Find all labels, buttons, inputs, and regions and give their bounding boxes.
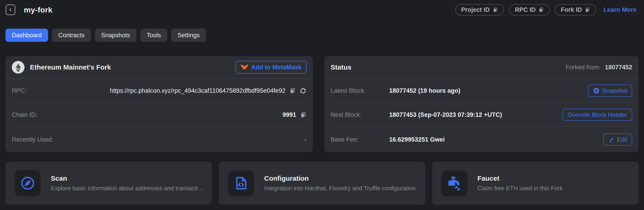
back-button[interactable] <box>6 5 15 15</box>
status-card: Status Forked from: 18077452 Latest Bloc… <box>324 56 638 152</box>
latest-block-row: Latest Block: 18077452 (19 hours ago) Sn… <box>324 79 638 103</box>
project-id-button[interactable]: Project ID <box>455 4 504 16</box>
add-to-metamask-label: Add to MetaMask <box>251 64 302 71</box>
refresh-rpc-button[interactable] <box>300 87 306 94</box>
faucet-card[interactable]: Faucet Claim free ETH used in this Fork <box>432 162 638 205</box>
forked-from-value: 18077452 <box>605 64 632 71</box>
base-fee-value: 16.629953251 Gwei <box>389 136 445 143</box>
tab-contracts[interactable]: Contracts <box>52 29 91 42</box>
rpc-label: RPC: <box>12 87 26 94</box>
chain-id-label: Chain ID: <box>12 111 38 118</box>
tab-bar: Dashboard Contracts Snapshots Tools Sett… <box>6 29 644 42</box>
configuration-card[interactable]: Configuration Integration into Hardhat, … <box>219 162 425 205</box>
chain-id-row: Chain ID: 9991 <box>6 103 313 127</box>
add-to-metamask-button[interactable]: Add to MetaMask <box>236 61 306 74</box>
recently-used-value: - <box>304 136 306 143</box>
faucet-description: Claim free ETH used in this Fork <box>478 185 631 192</box>
configuration-title: Configuration <box>264 174 418 182</box>
fork-info-card: Ethereum Mainnet's Fork Add to MetaMask <box>6 56 313 152</box>
scan-title: Scan <box>51 174 204 182</box>
override-block-header-label: Override Block Header <box>568 111 627 118</box>
learn-more-link[interactable]: Learn More <box>604 6 636 14</box>
project-id-label: Project ID <box>461 6 490 14</box>
recently-used-row: Recently Used: - <box>6 127 313 152</box>
tab-dashboard[interactable]: Dashboard <box>6 29 48 42</box>
fork-id-label: Fork ID <box>561 6 582 14</box>
fork-id-button[interactable]: Fork ID <box>555 4 596 16</box>
tab-settings[interactable]: Settings <box>171 29 206 42</box>
plus-circle-icon <box>593 87 600 94</box>
code-file-icon <box>228 170 254 196</box>
next-block-row: Next Block: 18077453 (Sep-07-2023 07:39:… <box>324 103 638 127</box>
tool-cards-row: Scan Explore basic information about add… <box>6 162 638 205</box>
base-fee-row: Base Fee: 16.629953251 Gwei Edit <box>324 127 638 152</box>
chain-id-value: 9991 <box>282 111 296 118</box>
forked-from-label: Forked from: <box>566 64 600 71</box>
faucet-icon <box>441 170 467 196</box>
topbar-actions: Project ID RPC ID Fork ID Learn More <box>455 4 636 16</box>
next-block-label: Next Block: <box>330 111 389 118</box>
configuration-description: Integration into Hardhat, Foundry and Tr… <box>264 185 418 192</box>
compass-icon <box>14 170 40 196</box>
chevron-left-icon <box>8 7 13 12</box>
topbar: my-fork Project ID RPC ID Fork ID Learn … <box>0 0 644 16</box>
rpc-row: RPC: https://rpc.phalcon.xyz/rpc_494c3ca… <box>6 79 313 103</box>
page-title: my-fork <box>24 6 52 14</box>
pencil-icon <box>608 137 614 143</box>
edit-button-label: Edit <box>617 136 627 143</box>
metamask-fox-icon <box>240 64 248 71</box>
rpc-id-label: RPC ID <box>515 6 536 14</box>
copy-chain-id-button[interactable] <box>300 111 306 118</box>
next-block-value: 18077453 (Sep-07-2023 07:39:12 +UTC) <box>389 111 502 118</box>
tab-snapshots[interactable]: Snapshots <box>95 29 136 42</box>
rpc-id-button[interactable]: RPC ID <box>509 4 550 16</box>
copy-rpc-button[interactable] <box>289 87 296 94</box>
main-content: Ethereum Mainnet's Fork Add to MetaMask <box>6 56 638 205</box>
copy-icon <box>492 7 498 13</box>
rpc-url-value: https://rpc.phalcon.xyz/rpc_494c3caf1106… <box>110 87 286 94</box>
copy-icon <box>538 7 544 13</box>
status-card-header: Status Forked from: 18077452 <box>324 56 638 79</box>
latest-block-label: Latest Block: <box>330 87 389 94</box>
status-card-title: Status <box>330 63 352 71</box>
snapshot-button-label: Snapshot <box>602 87 627 94</box>
snapshot-button[interactable]: Snapshot <box>588 85 632 97</box>
override-block-header-button[interactable]: Override Block Header <box>562 109 632 121</box>
base-fee-label: Base Fee: <box>330 136 389 143</box>
copy-icon <box>584 7 590 13</box>
faucet-title: Faucet <box>478 174 631 182</box>
recently-used-label: Recently Used: <box>12 136 53 143</box>
fork-card-title: Ethereum Mainnet's Fork <box>30 63 111 71</box>
fork-card-header: Ethereum Mainnet's Fork Add to MetaMask <box>6 56 313 79</box>
scan-description: Explore basic information about addresse… <box>51 185 204 192</box>
tab-tools[interactable]: Tools <box>140 29 167 42</box>
ethereum-icon <box>12 61 24 74</box>
scan-card[interactable]: Scan Explore basic information about add… <box>6 162 212 205</box>
forked-from: Forked from: 18077452 <box>566 64 632 71</box>
latest-block-value: 18077452 (19 hours ago) <box>389 87 460 94</box>
edit-base-fee-button[interactable]: Edit <box>604 133 632 146</box>
